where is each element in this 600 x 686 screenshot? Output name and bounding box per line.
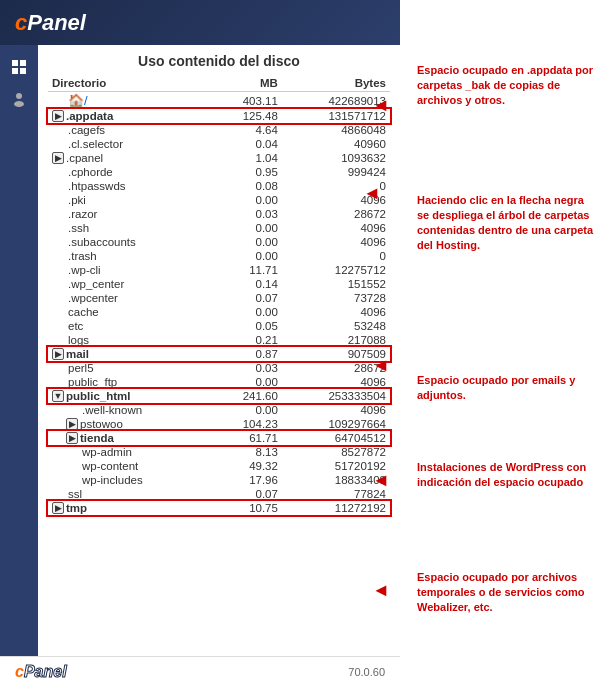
expand-arrow[interactable]: ▶ (66, 418, 78, 430)
table-row: perl50.0328672 (48, 361, 390, 375)
disk-table: Directorio MB Bytes 🏠/403.11422689013▶.a… (48, 75, 390, 515)
table-row: .well-known0.004096 (48, 403, 390, 417)
table-row: ▶mail0.87907509 (48, 347, 390, 361)
bytes-cell: 4866048 (282, 123, 390, 137)
mb-cell: 403.11 (211, 92, 282, 110)
dir-name-cell: ▶.cpanel (48, 151, 211, 165)
bytes-cell: 0 (282, 249, 390, 263)
dir-name-cell: ssl (48, 487, 211, 501)
dir-name-cell: ▶tienda (48, 431, 211, 445)
table-row: public_ftp0.004096 (48, 375, 390, 389)
dir-name-cell: .wp-cli (48, 263, 211, 277)
dir-name-cell: .wpcenter (48, 291, 211, 305)
mb-cell: 0.00 (211, 305, 282, 319)
arrow-tmp: ◄ (372, 580, 390, 601)
col-directorio: Directorio (48, 75, 211, 92)
table-row: .wp-cli11.7112275712 (48, 263, 390, 277)
dir-name-cell: public_ftp (48, 375, 211, 389)
mb-cell: 0.14 (211, 277, 282, 291)
dir-name-cell: logs (48, 333, 211, 347)
mb-cell: 0.04 (211, 137, 282, 151)
mb-cell: 0.21 (211, 333, 282, 347)
expand-arrow[interactable]: ▶ (52, 502, 64, 514)
mb-cell: 0.95 (211, 165, 282, 179)
bytes-cell: 253333504 (282, 389, 390, 403)
dir-label: .cpanel (66, 152, 103, 164)
dir-label: tmp (66, 502, 87, 514)
users-icon[interactable] (7, 87, 31, 111)
table-row: wp-includes17.9618833408 (48, 473, 390, 487)
arrow-cpanel: ◄ (363, 183, 381, 204)
bytes-cell: 12275712 (282, 263, 390, 277)
annotation-4: Instalaciones de WordPress con indicació… (417, 460, 595, 490)
mb-cell: 0.00 (211, 235, 282, 249)
table-row: .cl.selector0.0440960 (48, 137, 390, 151)
mb-cell: 0.00 (211, 403, 282, 417)
bytes-cell: 4096 (282, 403, 390, 417)
dir-name-cell: etc (48, 319, 211, 333)
footer-logo-panel: Panel (24, 663, 67, 680)
svg-point-5 (14, 101, 24, 107)
arrow-appdata: ◄ (372, 95, 390, 116)
dir-name-cell: .wp_center (48, 277, 211, 291)
table-row: 🏠/403.11422689013 (48, 92, 390, 110)
dir-name-cell: ▶pstowoo (48, 417, 211, 431)
dir-label: .cphorde (68, 166, 113, 178)
col-mb: MB (211, 75, 282, 92)
grid-icon[interactable] (7, 55, 31, 79)
bytes-cell: 40960 (282, 137, 390, 151)
table-row: .wp_center0.14151552 (48, 277, 390, 291)
annotation-1: Espacio ocupado en .appdata por carpetas… (417, 63, 595, 108)
table-row: ssl0.0777824 (48, 487, 390, 501)
bytes-cell: 4096 (282, 221, 390, 235)
bytes-cell: 28672 (282, 207, 390, 221)
dir-name-cell: cache (48, 305, 211, 319)
dir-name-cell: .razor (48, 207, 211, 221)
dir-label: .htpasswds (68, 180, 126, 192)
table-row: ▼public_html241.60253333504 (48, 389, 390, 403)
mb-cell: 0.07 (211, 487, 282, 501)
dir-label: .well-known (82, 404, 142, 416)
dir-label: .subaccounts (68, 236, 136, 248)
page-title: Uso contenido del disco (48, 53, 390, 69)
table-row: ▶.appdata125.48131571712 (48, 109, 390, 123)
dir-name-cell: ▼public_html (48, 389, 211, 403)
dir-label: .ssh (68, 222, 89, 234)
svg-rect-1 (20, 60, 26, 66)
dir-name-cell: .cagefs (48, 123, 211, 137)
bytes-cell: 4096 (282, 305, 390, 319)
mb-cell: 61.71 (211, 431, 282, 445)
dir-label: mail (66, 348, 89, 360)
annotation-2: Haciendo clic en la flecha negra se desp… (417, 193, 595, 252)
dir-name-cell: .pki (48, 193, 211, 207)
annotations-panel: Espacio ocupado en .appdata por carpetas… (390, 45, 600, 686)
mb-cell: 0.07 (211, 291, 282, 305)
mb-cell: 0.03 (211, 361, 282, 375)
svg-rect-0 (12, 60, 18, 66)
expand-arrow[interactable]: ▶ (52, 152, 64, 164)
cpanel-logo: cPanel (15, 10, 86, 36)
expand-arrow[interactable]: ▶ (52, 348, 64, 360)
dir-name-cell: .well-known (48, 403, 211, 417)
mb-cell: 104.23 (211, 417, 282, 431)
bytes-cell: 999424 (282, 165, 390, 179)
bytes-cell: 64704512 (282, 431, 390, 445)
svg-rect-3 (20, 68, 26, 74)
dir-label: pstowoo (80, 418, 123, 430)
expand-arrow[interactable]: ▼ (52, 390, 64, 402)
mb-cell: 0.00 (211, 375, 282, 389)
mb-cell: 10.75 (211, 501, 282, 515)
expand-arrow[interactable]: ▶ (66, 432, 78, 444)
dir-label: public_ftp (68, 376, 117, 388)
logo-panel: Panel (27, 10, 86, 35)
mb-cell: 0.00 (211, 193, 282, 207)
arrow-tienda: ◄ (372, 470, 390, 491)
dir-label: wp-content (82, 460, 138, 472)
mb-cell: 241.60 (211, 389, 282, 403)
mb-cell: 17.96 (211, 473, 282, 487)
table-row: .cagefs4.644866048 (48, 123, 390, 137)
home-link[interactable]: 🏠/ (68, 93, 88, 108)
expand-arrow[interactable]: ▶ (52, 110, 64, 122)
dir-label: .appdata (66, 110, 113, 122)
bytes-cell: 8527872 (282, 445, 390, 459)
